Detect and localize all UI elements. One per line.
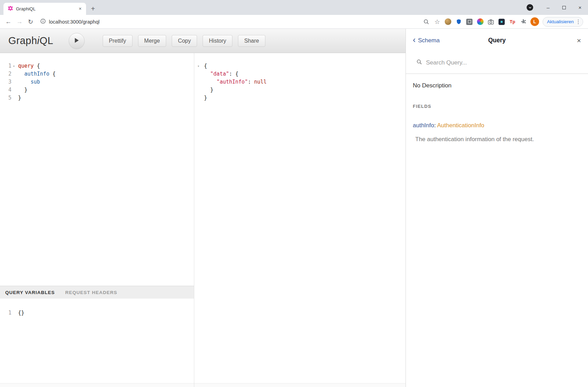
- graphiql-logo: GraphiQL: [8, 35, 53, 46]
- line-number: 4: [0, 86, 18, 94]
- forward-icon[interactable]: →: [15, 17, 24, 27]
- tab-close-icon[interactable]: ×: [77, 6, 83, 12]
- graphiql-main: GraphiQL Prettify Merge Copy History Sha…: [0, 29, 406, 387]
- maximize-button[interactable]: [556, 0, 572, 15]
- code-line: "authInfo": null: [204, 78, 406, 86]
- browser-tab[interactable]: GraphiQL ×: [3, 3, 86, 15]
- info-icon[interactable]: [40, 18, 46, 25]
- maximize-icon: [562, 6, 566, 9]
- field-colon: :: [434, 122, 437, 129]
- play-icon: [74, 37, 79, 44]
- code-line: {}: [18, 309, 194, 317]
- url-text: localhost:3000/graphql: [49, 19, 100, 25]
- query-editor[interactable]: 1▾2345 query { authInfo { sub }}: [0, 53, 194, 286]
- fold-arrow-icon[interactable]: ▾: [11, 62, 16, 70]
- fold-arrow-icon: [11, 309, 16, 317]
- doc-back-label: Schema: [418, 37, 440, 44]
- profile-avatar[interactable]: L: [530, 17, 539, 26]
- doc-close-icon[interactable]: ×: [577, 36, 581, 45]
- doc-search-input[interactable]: [426, 59, 582, 66]
- code-line: authInfo {: [18, 70, 194, 78]
- code-line: }: [204, 94, 406, 102]
- history-button[interactable]: History: [203, 35, 232, 47]
- update-button-label: Aktualisieren: [547, 19, 574, 24]
- browser-status-icon[interactable]: [527, 4, 533, 11]
- graphql-favicon-icon: [8, 6, 13, 12]
- variables-header: QUERY VARIABLES REQUEST HEADERS: [0, 286, 194, 299]
- horizontal-scrollbar[interactable]: [194, 383, 406, 387]
- line-number: 5: [0, 94, 18, 102]
- code-line: sub: [18, 78, 194, 86]
- code-line: }: [204, 86, 406, 94]
- line-number: 3: [0, 78, 18, 86]
- tab-title: GraphiQL: [16, 6, 74, 11]
- prettify-button[interactable]: Prettify: [103, 35, 133, 47]
- editor-gutter: 1▾2345: [0, 62, 18, 286]
- horizontal-scrollbar[interactable]: [0, 383, 194, 387]
- doc-description: No Description: [413, 82, 581, 89]
- editors-area: 1▾2345 query { authInfo { sub }} QUERY V…: [0, 53, 406, 387]
- field-authinfo-link[interactable]: authInfo: [413, 122, 434, 129]
- fold-arrow-icon: [11, 78, 16, 86]
- tab-query-variables[interactable]: QUERY VARIABLES: [5, 290, 55, 295]
- graphiql-toolbar: Prettify Merge Copy History Share: [103, 35, 265, 47]
- type-authenticationinfo-link[interactable]: AuthenticationInfo: [437, 122, 484, 129]
- extension-color-wheel-icon[interactable]: [477, 18, 484, 25]
- fold-arrow-icon[interactable]: ▾: [197, 62, 199, 70]
- fold-arrow-icon: [11, 86, 16, 94]
- fields-section-header: FIELDS: [413, 104, 581, 109]
- browser-window: GraphiQL × + – × ← → ↻ localhost:3000/gr…: [0, 0, 588, 387]
- doc-back-button[interactable]: ‹ Schema: [413, 37, 440, 44]
- bookmark-star-icon[interactable]: ☆: [434, 18, 441, 25]
- graphiql-app: GraphiQL Prettify Merge Copy History Sha…: [0, 29, 588, 387]
- result-code: { "data": { "authInfo": null }}: [204, 62, 406, 102]
- close-button[interactable]: ×: [572, 0, 588, 15]
- fold-arrow-icon: [11, 94, 16, 102]
- line-number: 1: [0, 309, 18, 317]
- menu-kebab-icon[interactable]: ⋮: [576, 18, 581, 25]
- extension-tp-icon[interactable]: Tp: [509, 18, 516, 25]
- extension-dark-square-icon[interactable]: [498, 18, 505, 25]
- code-line: "data": {: [204, 70, 406, 78]
- update-button[interactable]: Aktualisieren ⋮: [543, 17, 583, 27]
- address-bar[interactable]: localhost:3000/graphql: [37, 18, 421, 25]
- back-icon[interactable]: ←: [3, 17, 13, 27]
- copy-button[interactable]: Copy: [172, 35, 197, 47]
- doc-content: No Description FIELDS authInfo: Authenti…: [406, 74, 588, 151]
- graphiql-topbar: GraphiQL Prettify Merge Copy History Sha…: [0, 29, 406, 53]
- doc-explorer: ‹ Schema Query × No Description FIELDS a…: [406, 29, 588, 387]
- extension-puzzle-icon[interactable]: [520, 18, 527, 25]
- execute-button[interactable]: [69, 33, 85, 49]
- tab-strip: GraphiQL × + – ×: [0, 0, 588, 15]
- variables-editor[interactable]: 1 {}: [0, 299, 194, 387]
- tab-request-headers[interactable]: REQUEST HEADERS: [65, 290, 117, 295]
- field-row: authInfo: AuthenticationInfo: [413, 122, 581, 129]
- query-code: query { authInfo { sub }}: [18, 62, 194, 286]
- chevron-left-icon: ‹: [413, 36, 416, 44]
- query-section: 1▾2345 query { authInfo { sub }} QUERY V…: [0, 53, 194, 387]
- code-line: {: [204, 62, 406, 70]
- code-line: query {: [18, 62, 194, 70]
- extension-gray-square-icon[interactable]: [466, 18, 473, 25]
- extension-shield-icon[interactable]: [455, 18, 462, 25]
- new-tab-button[interactable]: +: [88, 4, 98, 14]
- toolbar-actions: ☆ Tp L Aktualisieren ⋮: [423, 17, 585, 27]
- code-line: }: [18, 86, 194, 94]
- doc-search: [406, 52, 588, 74]
- extension-lion-icon[interactable]: [444, 18, 452, 25]
- share-button[interactable]: Share: [238, 35, 265, 47]
- result-viewer: ▾ { "data": { "authInfo": null }}: [194, 53, 406, 387]
- fold-arrow-icon: [11, 70, 16, 78]
- code-line: }: [18, 94, 194, 102]
- reload-icon[interactable]: ↻: [26, 17, 35, 27]
- window-controls: – ×: [527, 0, 588, 15]
- search-icon: [416, 59, 422, 67]
- extension-camera-icon[interactable]: [487, 18, 495, 25]
- field-description: The authentication information of the re…: [413, 136, 581, 143]
- minimize-button[interactable]: –: [540, 0, 556, 15]
- line-number: 1▾: [0, 62, 18, 70]
- zoom-icon[interactable]: [423, 18, 430, 25]
- merge-button[interactable]: Merge: [138, 35, 166, 47]
- browser-toolbar: ← → ↻ localhost:3000/graphql ☆ Tp: [0, 15, 588, 29]
- variables-gutter: 1: [0, 309, 18, 387]
